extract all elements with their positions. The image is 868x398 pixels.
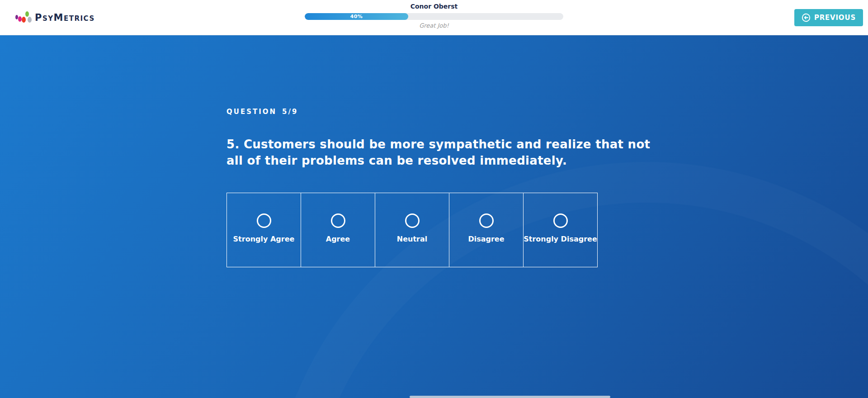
survey-main: QUESTION 5/9 5. Customers should be more… [0,35,868,398]
option-label: Strongly Agree [233,235,295,243]
question-counter-label: QUESTION [226,108,277,116]
page: PSYMETRICS Conor Oberst 40% Great Job! P… [0,0,868,398]
question-counter-value: 5/9 [282,108,298,116]
horizontal-scrollbar-thumb[interactable] [410,396,610,398]
progress-percent: 40% [350,14,363,19]
question-counter: QUESTION 5/9 [226,35,868,116]
radio-circle-icon[interactable] [553,213,568,228]
brand-wordmark: PSYMETRICS [35,12,95,23]
option-label: Disagree [468,235,504,243]
user-name: Conor Oberst [305,2,563,11]
progress-section: Conor Oberst 40% Great Job! [305,2,563,29]
radio-circle-icon[interactable] [405,213,420,228]
option-label: Neutral [397,235,427,243]
option-neutral[interactable]: Neutral [375,193,449,267]
question-text: 5. Customers should be more sympathetic … [226,137,651,169]
option-label: Agree [326,235,350,243]
brand-logo: PSYMETRICS [15,0,95,35]
option-strongly-agree[interactable]: Strongly Agree [226,193,301,267]
encouragement-text: Great Job! [305,22,563,29]
previous-button-label: PREVIOUS [814,14,856,22]
arrow-left-circle-icon [802,13,811,22]
progress-bar: 40% [305,13,563,20]
option-disagree[interactable]: Disagree [449,193,524,267]
option-label: Strongly Disagree [524,235,597,243]
answer-options: Strongly Agree Agree Neutral Disagree St… [226,193,868,267]
option-agree[interactable]: Agree [301,193,375,267]
previous-button[interactable]: PREVIOUS [794,9,863,26]
radio-circle-icon[interactable] [479,213,494,228]
option-strongly-disagree[interactable]: Strongly Disagree [523,193,598,267]
question-content: QUESTION 5/9 5. Customers should be more… [226,35,868,267]
header: PSYMETRICS Conor Oberst 40% Great Job! P… [0,0,868,35]
progress-fill: 40% [305,13,408,20]
radio-circle-icon[interactable] [257,213,271,228]
radio-circle-icon[interactable] [331,213,345,228]
brand-dots-icon [15,11,32,24]
